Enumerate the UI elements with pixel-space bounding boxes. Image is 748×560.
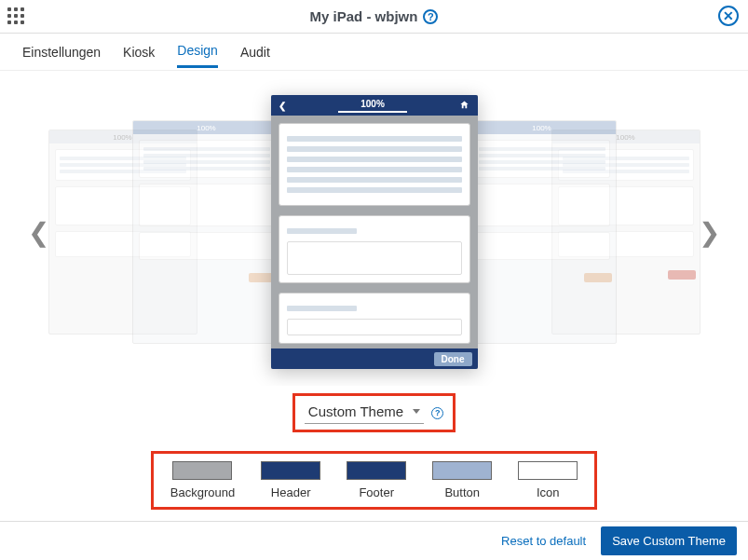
swatch-footer: Footer <box>347 461 406 499</box>
swatch-label: Icon <box>537 485 560 499</box>
swatch-label: Background <box>170 485 235 499</box>
preview-footer: Done <box>271 348 478 369</box>
theme-dropdown[interactable]: Custom Theme <box>305 402 424 424</box>
save-button[interactable]: Save Custom Theme <box>601 526 737 555</box>
reset-link[interactable]: Reset to default <box>501 534 586 548</box>
preview-done-button: Done <box>434 352 472 366</box>
swatch-color[interactable] <box>261 461 320 480</box>
tab-design[interactable]: Design <box>177 43 218 68</box>
theme-dropdown-value: Custom Theme <box>308 403 403 419</box>
footer: Reset to default Save Custom Theme <box>0 521 748 560</box>
theme-preview[interactable]: ❮ 100% <box>271 95 478 369</box>
tab-settings[interactable]: Einstellungen <box>22 45 101 67</box>
preview-progress: 100% <box>338 99 407 113</box>
swatch-button: Button <box>432 461 492 499</box>
back-icon: ❮ <box>279 101 286 111</box>
swatch-icon: Icon <box>518 461 578 499</box>
theme-carousel: ❮ ❯ 100% 100% 100% <box>0 78 748 386</box>
swatch-row: Background Header Footer Button Icon <box>0 451 748 510</box>
preview-header: ❮ 100% <box>271 95 478 116</box>
apps-icon[interactable] <box>7 7 24 24</box>
page-title: My iPad - wbjwn ? <box>310 8 439 24</box>
tab-audit[interactable]: Audit <box>240 45 270 67</box>
help-icon[interactable]: ? <box>423 9 438 24</box>
swatch-header: Header <box>261 461 320 499</box>
swatch-background: Background <box>170 461 235 499</box>
home-icon <box>459 100 469 112</box>
theme-select-highlight: Custom Theme ? <box>292 393 456 432</box>
preview-panel <box>279 123 470 206</box>
chevron-down-icon <box>413 409 420 414</box>
title-text: My iPad - wbjwn <box>310 8 418 24</box>
tabs: Einstellungen Kiosk Design Audit <box>0 34 748 71</box>
swatch-highlight: Background Header Footer Button Icon <box>151 451 597 510</box>
theme-select-row: Custom Theme ? <box>0 393 748 432</box>
help-icon[interactable]: ? <box>431 407 443 419</box>
preview-panel <box>279 215 470 283</box>
tab-kiosk[interactable]: Kiosk <box>123 45 155 67</box>
preview-panel <box>279 293 470 344</box>
swatch-label: Footer <box>359 485 394 499</box>
swatch-label: Header <box>271 485 311 499</box>
window-header: My iPad - wbjwn ? ✕ <box>0 0 748 34</box>
carousel-stage: 100% 100% 100% <box>76 88 673 376</box>
preview-body <box>271 116 478 361</box>
swatch-color[interactable] <box>432 461 492 480</box>
close-icon[interactable]: ✕ <box>718 6 739 26</box>
swatch-color[interactable] <box>172 461 232 480</box>
swatch-color[interactable] <box>518 461 578 480</box>
preview-ghost: 100% <box>468 120 617 344</box>
swatch-label: Button <box>444 485 480 499</box>
swatch-color[interactable] <box>347 461 406 480</box>
preview-ghost: 100% <box>132 120 281 344</box>
